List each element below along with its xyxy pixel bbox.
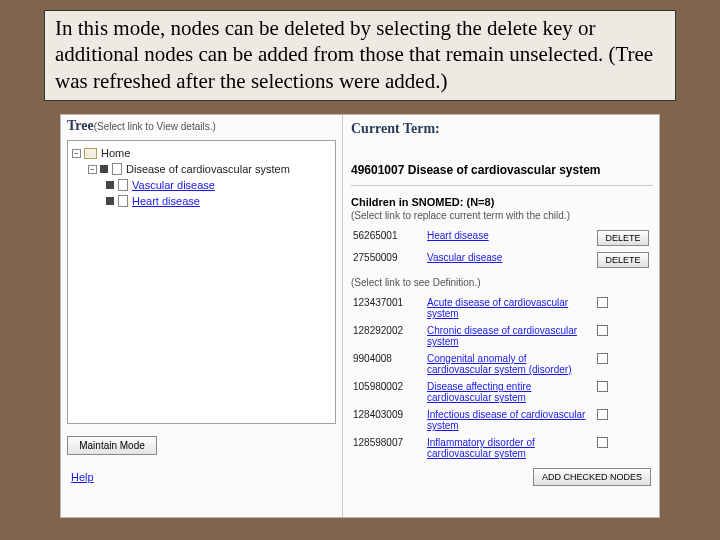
child-code: 27550009	[351, 249, 425, 271]
page-icon	[118, 179, 128, 191]
child-name: Disease affecting entire cardiovascular …	[425, 378, 595, 406]
child-code: 105980002	[351, 378, 425, 406]
selected-marker-icon	[100, 165, 108, 173]
tree-toolbar: Maintain Mode	[61, 430, 342, 461]
add-checkbox[interactable]	[597, 297, 608, 308]
child-code: 123437001	[351, 294, 425, 322]
child-code: 128598007	[351, 434, 425, 462]
tree-node-heart[interactable]: Heart disease	[70, 193, 333, 209]
child-row-selected: 56265001Heart diseaseDELETE	[351, 227, 653, 249]
add-checked-nodes-button[interactable]: ADD CHECKED NODES	[533, 468, 651, 486]
child-row-unselected: 128403009Infectious disease of cardiovas…	[351, 406, 653, 434]
child-row-unselected: 128598007Inflammatory disorder of cardio…	[351, 434, 653, 462]
child-link[interactable]: Disease affecting entire cardiovascular …	[427, 381, 531, 403]
tree-node-vascular[interactable]: Vascular disease	[70, 177, 333, 193]
tree-node-label[interactable]: Vascular disease	[132, 179, 215, 191]
app-panel: Tree(Select link to View details.) − Hom…	[60, 114, 660, 518]
child-name: Infectious disease of cardiovascular sys…	[425, 406, 595, 434]
delete-button[interactable]: DELETE	[597, 252, 649, 268]
collapse-icon[interactable]: −	[88, 165, 97, 174]
maintain-mode-button[interactable]: Maintain Mode	[67, 436, 157, 455]
child-code: 56265001	[351, 227, 425, 249]
children-selected-table: 56265001Heart diseaseDELETE27550009Vascu…	[351, 227, 653, 271]
child-link[interactable]: Acute disease of cardiovascular system	[427, 297, 568, 319]
child-name: Acute disease of cardiovascular system	[425, 294, 595, 322]
page-icon	[118, 195, 128, 207]
tree-pane: Tree(Select link to View details.) − Hom…	[61, 115, 343, 517]
page-icon	[112, 163, 122, 175]
selected-marker-icon	[106, 181, 114, 189]
folder-icon	[84, 148, 97, 159]
child-code: 128403009	[351, 406, 425, 434]
term-pane: Current Term: 49601007 Disease of cardio…	[343, 115, 659, 517]
add-bar: ADD CHECKED NODES	[351, 462, 653, 486]
child-name: Heart disease	[425, 227, 595, 249]
child-link[interactable]: Heart disease	[427, 230, 489, 241]
tree-node-label[interactable]: Heart disease	[132, 195, 200, 207]
add-checkbox[interactable]	[597, 437, 608, 448]
current-term-heading: Current Term:	[351, 118, 653, 141]
caption-box: In this mode, nodes can be deleted by se…	[44, 10, 676, 101]
add-checkbox[interactable]	[597, 325, 608, 336]
children-unselected-table: 123437001Acute disease of cardiovascular…	[351, 294, 653, 462]
child-name: Vascular disease	[425, 249, 595, 271]
child-row-unselected: 9904008Congenital anomaly of cardiovascu…	[351, 350, 653, 378]
child-link[interactable]: Infectious disease of cardiovascular sys…	[427, 409, 585, 431]
child-code: 9904008	[351, 350, 425, 378]
child-name: Chronic disease of cardiovascular system	[425, 322, 595, 350]
child-name: Congenital anomaly of cardiovascular sys…	[425, 350, 595, 378]
caption-text: In this mode, nodes can be deleted by se…	[55, 16, 653, 93]
child-link[interactable]: Chronic disease of cardiovascular system	[427, 325, 577, 347]
child-row-unselected: 123437001Acute disease of cardiovascular…	[351, 294, 653, 322]
children-hint-unselected: (Select link to see Definition.)	[351, 277, 653, 288]
tree-node-root[interactable]: − Home	[70, 145, 333, 161]
tree-node-label: Home	[101, 147, 130, 159]
child-link[interactable]: Congenital anomaly of cardiovascular sys…	[427, 353, 572, 375]
tree-node-disease-cv[interactable]: − Disease of cardiovascular system	[70, 161, 333, 177]
selected-marker-icon	[106, 197, 114, 205]
tree-heading-label: Tree	[67, 118, 94, 133]
child-link[interactable]: Inflammatory disorder of cardiovascular …	[427, 437, 535, 459]
tree-view[interactable]: − Home − Disease of cardiovascular syste…	[67, 140, 336, 424]
tree-heading-hint: (Select link to View details.)	[94, 121, 216, 132]
tree-heading: Tree(Select link to View details.)	[61, 115, 342, 138]
add-checkbox[interactable]	[597, 353, 608, 364]
child-code: 128292002	[351, 322, 425, 350]
collapse-icon[interactable]: −	[72, 149, 81, 158]
child-row-unselected: 128292002Chronic disease of cardiovascul…	[351, 322, 653, 350]
tree-node-label: Disease of cardiovascular system	[126, 163, 290, 175]
delete-button[interactable]: DELETE	[597, 230, 649, 246]
add-checkbox[interactable]	[597, 409, 608, 420]
help-link[interactable]: Help	[71, 471, 94, 483]
child-name: Inflammatory disorder of cardiovascular …	[425, 434, 595, 462]
children-heading: Children in SNOMED: (N=8)	[351, 196, 653, 208]
child-link[interactable]: Vascular disease	[427, 252, 502, 263]
children-hint-selected: (Select link to replace current term wit…	[351, 210, 653, 221]
current-term-value: 49601007 Disease of cardiovascular syste…	[351, 141, 653, 183]
divider	[351, 185, 653, 186]
child-row-selected: 27550009Vascular diseaseDELETE	[351, 249, 653, 271]
add-checkbox[interactable]	[597, 381, 608, 392]
child-row-unselected: 105980002Disease affecting entire cardio…	[351, 378, 653, 406]
